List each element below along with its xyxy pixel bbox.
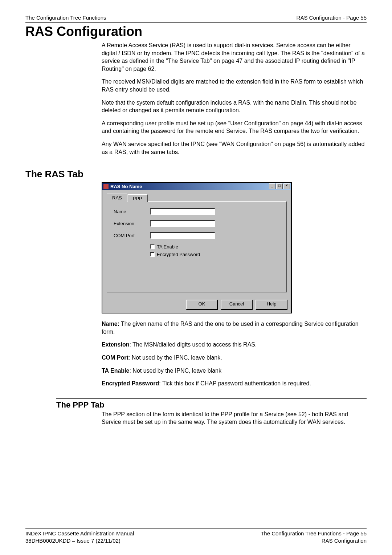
ta-enable-checkbox[interactable] [150, 244, 155, 249]
intro-p5: Any WAN service specified for the IPNC (… [102, 140, 367, 156]
encrypted-password-checkbox[interactable] [150, 252, 155, 257]
ppp-desc-block: The PPP section of the form is identical… [102, 410, 367, 426]
desc-comport: COM Port: Not used by the IPNC, leave bl… [102, 354, 367, 362]
dialog-titlebar: RAS No Name _ □ × [102, 183, 291, 190]
label-ta-enable: TA Enable [157, 244, 178, 250]
label-name: Name [114, 209, 150, 214]
label-encrypted-password: Encrypted Password [157, 252, 200, 257]
tab-panel-ras: Name Extension COM Port TA Enable [107, 201, 287, 292]
label-comport: COM Port [114, 233, 150, 238]
ras-dialog: RAS No Name _ □ × RAS PPP Name [102, 182, 292, 313]
intro-block: A Remote Access Service (RAS) is used to… [102, 41, 367, 156]
tab-ras[interactable]: RAS [107, 194, 127, 202]
name-field[interactable] [150, 208, 215, 215]
extension-field[interactable] [150, 220, 215, 227]
desc-extension: Extension: The MSN/dialled digits used t… [102, 341, 367, 349]
footer-right: The Configuration Tree Functions - Page … [261, 530, 367, 544]
header-right: RAS Configuration - Page 55 [297, 15, 367, 21]
intro-p2: The received MSN/Dialled digits are matc… [102, 78, 367, 93]
page-title: RAS Configuration [25, 24, 367, 39]
header-left: The Configuration Tree Functions [25, 15, 106, 21]
ppp-p1: The PPP section of the form is identical… [102, 410, 367, 426]
ppp-tab-heading: The PPP Tab [56, 400, 367, 410]
footer-left: INDeX IPNC Cassette Administration Manua… [25, 530, 134, 544]
desc-encpass: Encrypted Password: Tick this box if CHA… [102, 380, 367, 388]
ok-button[interactable]: OK [186, 300, 218, 310]
dialog-icon [103, 184, 109, 189]
intro-p4: A corresponding user profile must be set… [102, 119, 367, 135]
page-footer: INDeX IPNC Cassette Administration Manua… [25, 528, 367, 544]
page-header: The Configuration Tree Functions RAS Con… [25, 15, 367, 23]
close-button[interactable]: × [283, 183, 290, 189]
help-rest: elp [270, 301, 276, 307]
cancel-button[interactable]: Cancel [221, 300, 253, 310]
tab-ppp[interactable]: PPP [127, 194, 148, 202]
desc-name: Name: The given name of the RAS and the … [102, 320, 367, 336]
label-extension: Extension [114, 221, 150, 226]
ras-tab-heading: The RAS Tab [25, 169, 367, 180]
maximize-button[interactable]: □ [276, 183, 283, 189]
intro-p1: A Remote Access Service (RAS) is used to… [102, 41, 367, 73]
minimize-button[interactable]: _ [269, 183, 275, 189]
ras-desc-block: Name: The given name of the RAS and the … [102, 320, 367, 388]
intro-p3: Note that the system default configurati… [102, 99, 367, 114]
desc-taenable: TA Enable: Not used by the IPNC, leave b… [102, 367, 367, 375]
help-button[interactable]: Help [256, 300, 287, 310]
dialog-title-text: RAS No Name [110, 184, 142, 189]
help-underline: H [267, 301, 270, 307]
comport-field[interactable] [150, 232, 215, 239]
